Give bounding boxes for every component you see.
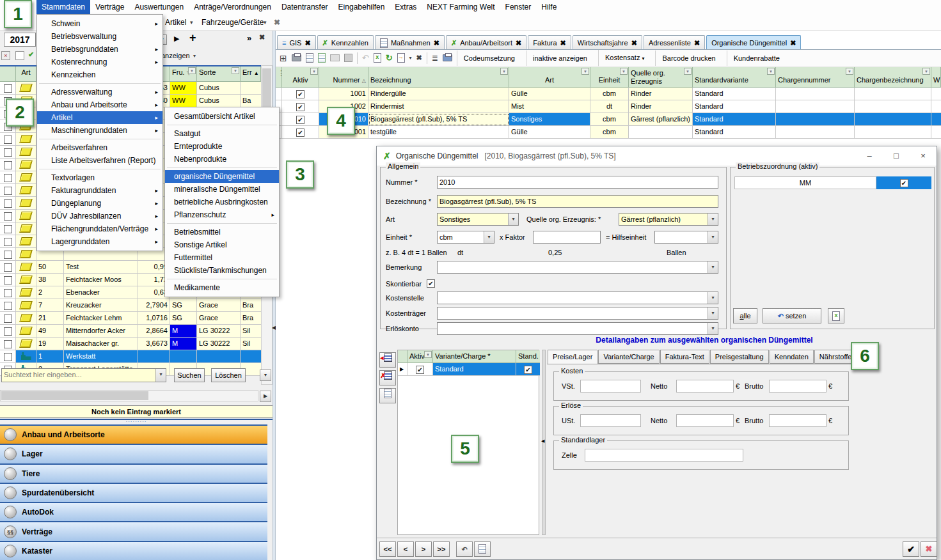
erloeskonto-select[interactable]: ▾ <box>437 322 718 335</box>
undo-icon[interactable]: ↶ <box>362 53 369 63</box>
menu-item-textvorlagen[interactable]: Textvorlagen <box>37 171 162 184</box>
hilfseinheit-select[interactable]: ▾ <box>654 231 718 244</box>
table-row[interactable]: ✔ 1002 Rindermist Mist dt Rinder Standar… <box>276 100 941 113</box>
empty-checkbox-icon[interactable] <box>15 51 24 60</box>
menu-extras[interactable]: Extras <box>390 0 422 14</box>
play-icon[interactable]: ▶ <box>174 35 179 43</box>
row-select-checkbox[interactable] <box>0 184 16 197</box>
kostensatz-button[interactable]: Kostensatz ▾ <box>598 50 651 66</box>
menu-datentransfer[interactable]: Datentransfer <box>276 0 333 14</box>
checkbox-icon[interactable] <box>4 353 12 361</box>
copy-variant-button[interactable] <box>379 388 396 403</box>
checkbox-icon[interactable] <box>4 174 12 182</box>
brutto-field[interactable] <box>769 414 826 427</box>
chevron-down-icon[interactable]: ▾ <box>264 17 267 28</box>
netto-field[interactable] <box>676 414 734 427</box>
table-row[interactable]: 21 Feichtacker Lehm 1,0716 SG Grace Bra <box>0 312 261 325</box>
checkbox-icon[interactable]: ✔ <box>416 366 424 374</box>
menu-item-kostenrechnung[interactable]: Kostenrechnung▸ <box>37 56 162 68</box>
menu-item-gesamtuebersicht[interactable]: Gesamtübersicht Artikel <box>165 110 279 123</box>
header-aktiv[interactable]: Aktiv▼ <box>282 67 319 88</box>
header-stand[interactable]: Stand. <box>516 350 540 363</box>
filter-icon[interactable]: ▼ <box>581 68 589 75</box>
excel-export-icon[interactable]: x <box>374 53 381 63</box>
table-row[interactable]: ✔ 1001 Rindergülle Gülle cbm Rinder Stan… <box>276 88 941 100</box>
more-icon[interactable]: » <box>247 33 251 43</box>
menu-fenster[interactable]: Fenster <box>500 0 537 14</box>
checkbox-icon[interactable] <box>4 136 12 144</box>
table-row[interactable]: ✔ 10001 testgülle Gülle cbm Standard <box>276 126 941 139</box>
chevron-down-icon[interactable]: ▾ <box>708 323 718 334</box>
checkbox-icon[interactable] <box>4 302 12 310</box>
checkbox-icon[interactable] <box>4 276 12 284</box>
kostenstelle-select[interactable]: ▾ <box>437 292 718 304</box>
quelle-select[interactable]: Gärrest (pflanzlich)▾ <box>619 213 718 226</box>
detail-splitter[interactable]: ◀ <box>542 350 546 535</box>
menu-item-ernteprodukte[interactable]: Ernteprodukte <box>165 140 279 153</box>
suchen-button[interactable]: Suchen <box>174 368 205 382</box>
last-record-button[interactable]: >> <box>433 541 450 557</box>
header-bezeichnung[interactable]: Bezeichnung▼ <box>368 67 509 88</box>
filter-icon[interactable]: ▼ <box>188 67 196 74</box>
menu-item-duengeplanung[interactable]: Düngeplanung▸ <box>37 197 162 210</box>
delete-icon[interactable]: ✖ <box>416 54 422 62</box>
setzen-button[interactable]: ↶ setzen <box>763 308 821 323</box>
row-select-checkbox[interactable] <box>0 197 16 210</box>
row-select-checkbox[interactable] <box>0 274 16 286</box>
row-select-checkbox[interactable] <box>0 325 16 338</box>
close-icon[interactable]: ✖ <box>631 36 637 50</box>
menu-item-betriebsgrunddaten[interactable]: Betriebsgrunddaten▸ <box>37 43 162 56</box>
menu-item-adressverwaltung[interactable]: Adressverwaltung▸ <box>37 86 162 98</box>
checkbox-icon[interactable] <box>4 327 12 336</box>
checkbox-icon[interactable] <box>4 340 12 348</box>
zelle-field[interactable] <box>585 449 743 462</box>
header-chargenbezeichnung[interactable]: Chargenbezeichnung▼ <box>855 67 931 88</box>
collapse-icon[interactable]: ◀ <box>541 439 544 444</box>
menu-eingabehilfen[interactable]: Eingabehilfen <box>333 0 390 14</box>
close-icon[interactable]: ✖ <box>259 33 265 42</box>
menu-item-schwein[interactable]: Schwein▸ <box>37 17 162 30</box>
sidebar-item-autodok[interactable]: AutoDok <box>0 502 267 521</box>
tab-preise-lager[interactable]: Preise/Lager <box>548 350 597 364</box>
tab-gis[interactable]: ≡GIS✖ <box>277 35 316 50</box>
checkbox-icon[interactable] <box>4 251 12 259</box>
chevron-down-icon[interactable]: ▾ <box>155 369 166 382</box>
confirm-button[interactable]: ✔ <box>903 541 919 557</box>
quick-fahrzeuge[interactable]: Fahrzeuge/Geräte <box>202 17 264 28</box>
table-row[interactable]: 7 Kreuzacker 2,7904 SG Grace Bra <box>0 299 261 312</box>
next-record-button[interactable]: > <box>415 541 432 557</box>
row-select-checkbox[interactable] <box>0 82 16 95</box>
label-print-icon[interactable] <box>443 54 452 61</box>
menu-stammdaten[interactable]: Stammdaten <box>36 0 90 14</box>
checkbox-icon[interactable] <box>4 199 12 208</box>
ust-field[interactable] <box>580 414 641 427</box>
chevron-down-icon[interactable]: ▾ <box>508 214 518 225</box>
menu-item-betriebsverwaltung[interactable]: Betriebsverwaltung <box>37 30 162 43</box>
row-select-checkbox[interactable] <box>0 159 16 171</box>
variant-row-selected[interactable]: ▶ ✔ Standard ✔ <box>398 363 539 376</box>
chevron-down-icon[interactable]: ▾ <box>708 231 718 243</box>
menu-item-flaechengrunddaten[interactable]: Flächengrunddaten/Verträge▸ <box>37 222 162 235</box>
filter-icon[interactable]: ▼ <box>846 68 853 75</box>
table-row[interactable]: 19 Maisachacker gr. 3,6673 M LG 30222 Si… <box>0 338 261 350</box>
tab-kenndaten[interactable]: Kenndaten <box>770 350 814 364</box>
tab-adressenliste[interactable]: Adressenliste✖ <box>644 35 705 50</box>
open-folder-icon[interactable] <box>330 54 340 61</box>
row-select-checkbox[interactable] <box>0 171 16 184</box>
layout-grid-icon[interactable]: ⊞ <box>280 53 287 63</box>
refresh-icon[interactable]: ↻ <box>386 53 393 63</box>
menu-hilfe[interactable]: Hilfe <box>536 0 562 14</box>
copy-button[interactable] <box>474 541 491 557</box>
faktor-field[interactable] <box>533 231 601 244</box>
checkbox-icon[interactable] <box>4 289 12 297</box>
brutto-field[interactable] <box>769 380 826 393</box>
filter-icon[interactable]: ▼ <box>424 351 432 358</box>
row-select-checkbox[interactable] <box>0 222 16 235</box>
close-icon[interactable]: ✖ <box>790 36 796 50</box>
inaktive-anzeigen-button[interactable]: inaktive anzeigen <box>526 51 594 66</box>
new-document-icon[interactable] <box>318 53 326 63</box>
chevron-down-icon[interactable]: ▾ <box>708 214 718 225</box>
checkbox-icon[interactable] <box>4 161 12 169</box>
header-err[interactable]: Err ▲ <box>241 66 261 82</box>
netto-field[interactable] <box>676 380 734 393</box>
